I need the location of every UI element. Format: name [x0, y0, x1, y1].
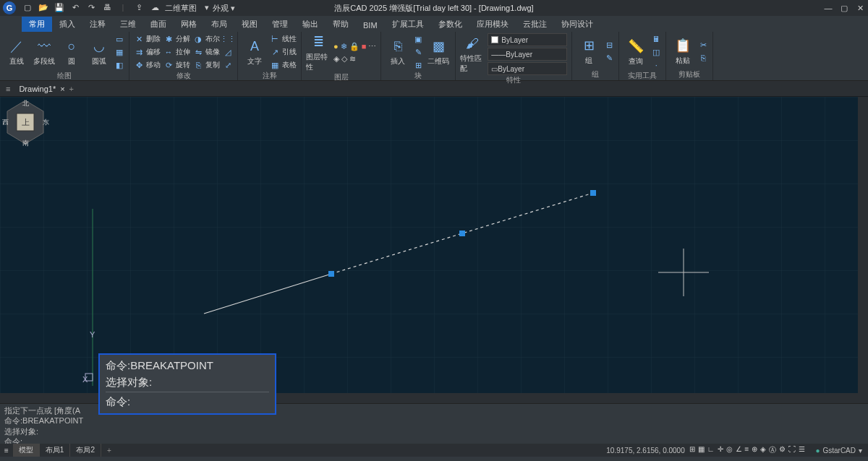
move-button[interactable]: ✥移动 [134, 59, 161, 71]
matchprop-button[interactable]: 🖌特性匹配 [460, 35, 485, 74]
ungroup-button[interactable]: ⊟ [604, 39, 614, 51]
explode-button[interactable]: ✱分解 [163, 33, 190, 45]
layer-off-icon[interactable]: ◇ [341, 54, 347, 64]
tab-mesh[interactable]: 网格 [174, 17, 204, 32]
qrcode-button[interactable]: ▩二维码 [426, 38, 451, 66]
calc-button[interactable]: 🖩 [651, 33, 661, 45]
layout2-tab[interactable]: 布局2 [70, 444, 101, 457]
block-attr-button[interactable]: ⊞ [413, 59, 423, 71]
region-button[interactable]: ◧ [114, 59, 124, 71]
osnap-toggle-icon[interactable]: ◎ [726, 445, 733, 455]
cloud-icon[interactable]: ☁ [149, 3, 161, 14]
text-button[interactable]: A文字 [242, 38, 267, 66]
doc-close-icon[interactable]: × [60, 85, 64, 93]
close-button[interactable]: ✕ [855, 4, 865, 13]
app-logo[interactable]: G [3, 1, 16, 14]
undo-icon[interactable]: ↶ [69, 3, 81, 14]
otrack-toggle-icon[interactable]: ∠ [736, 445, 742, 455]
workspace-dropdown[interactable]: 二维草图 [165, 3, 197, 14]
print-icon[interactable]: 🖶 [101, 3, 113, 14]
tab-surface[interactable]: 曲面 [143, 17, 174, 32]
stretch-button[interactable]: ↔拉伸 [163, 46, 190, 58]
layout-add-icon[interactable]: + [101, 447, 117, 454]
polar-toggle-icon[interactable]: ✛ [718, 445, 723, 455]
layer-on-icon[interactable]: ● [333, 42, 339, 51]
tab-home[interactable]: 常用 [22, 17, 52, 32]
doc-tab[interactable]: Drawing1* × [19, 85, 64, 93]
doc-menu-icon[interactable]: ≡ [6, 85, 10, 93]
cut-button[interactable]: ✂ [698, 39, 708, 51]
tab-layout[interactable]: 布局 [204, 17, 234, 32]
appearance-dropdown[interactable]: 外观 ▾ [213, 3, 235, 14]
copy2-button[interactable]: ⎘ [698, 52, 708, 64]
vertical-scrollbar[interactable] [858, 97, 868, 403]
offset-button[interactable]: ⇉偏移 [134, 46, 161, 58]
circle-button[interactable]: ○圆 [59, 38, 84, 66]
block-create-button[interactable]: ▣ [413, 33, 423, 45]
lwt-toggle-icon[interactable]: ≡ [745, 445, 749, 455]
iso-toggle-icon[interactable]: ◈ [760, 445, 766, 455]
anno-toggle-icon[interactable]: Ⓐ [769, 445, 776, 455]
tab-bim[interactable]: BIM [356, 19, 385, 32]
arc-button[interactable]: ◡圆弧 [87, 38, 111, 66]
polyline-button[interactable]: 〰多段线 [32, 38, 56, 66]
layout1-tab[interactable]: 布局1 [40, 444, 71, 457]
table-button[interactable]: ▦表格 [270, 59, 297, 71]
grid-toggle-icon[interactable]: ⊞ [689, 445, 695, 455]
insert-block-button[interactable]: ⎘插入 [386, 38, 410, 66]
workspace-icon[interactable]: ⚙ [779, 445, 786, 455]
tab-output[interactable]: 输出 [295, 17, 326, 32]
layer-match-icon[interactable]: ≋ [349, 54, 356, 64]
scale-button[interactable]: ⤢ [223, 59, 233, 71]
brand-chevron-icon[interactable]: ▾ [859, 447, 862, 454]
mirror-button[interactable]: ⇋镜像 [193, 46, 220, 58]
layer-lock-icon[interactable]: 🔒 [349, 42, 359, 51]
layer-freeze-icon[interactable]: ❄ [341, 42, 347, 51]
tab-collab[interactable]: 协同设计 [554, 17, 600, 32]
hatch-button[interactable]: ▦ [114, 46, 124, 58]
block-edit-button[interactable]: ✎ [413, 46, 423, 58]
model-tab[interactable]: 模型 [13, 444, 40, 457]
point-button[interactable]: ∙ [651, 59, 661, 71]
tab-cloud[interactable]: 云批注 [516, 17, 554, 32]
layer-more-icon[interactable]: ⋯ [368, 42, 376, 51]
tab-help[interactable]: 帮助 [326, 17, 356, 32]
tab-manage[interactable]: 管理 [265, 17, 295, 32]
layerprops-button[interactable]: ≣图层特性 [306, 33, 331, 72]
open-icon[interactable]: 📂 [38, 3, 49, 14]
copy-button[interactable]: ⎘复制 [193, 59, 220, 71]
rotate-button[interactable]: ⟳旋转 [163, 59, 190, 71]
array-button[interactable]: ⋮⋮ [223, 33, 233, 45]
snap-toggle-icon[interactable]: ▦ [698, 445, 705, 455]
tab-view[interactable]: 视图 [234, 17, 265, 32]
maximize-button[interactable]: ▢ [839, 4, 849, 13]
share-icon[interactable]: ⇪ [133, 3, 145, 14]
doc-add-icon[interactable]: + [69, 85, 74, 93]
redo-icon[interactable]: ↷ [85, 3, 97, 14]
rect-button[interactable]: ▭ [114, 33, 124, 45]
color-combo[interactable]: ByLayer [488, 33, 567, 46]
fullscreen-icon[interactable]: ⛶ [788, 445, 796, 455]
chamfer-button[interactable]: ◿ [223, 46, 233, 58]
viewcube[interactable]: 上 北 东 南 西 [0, 97, 51, 147]
save-icon[interactable]: 💾 [54, 3, 65, 14]
layer-iso-icon[interactable]: ◈ [333, 54, 339, 64]
lineweight-combo[interactable]: —— ByLayer [488, 48, 567, 61]
minimize-button[interactable]: — [823, 4, 833, 13]
line-button[interactable]: ／直线 [4, 38, 29, 66]
group-edit-button[interactable]: ✎ [604, 52, 614, 64]
tab-insert[interactable]: 插入 [52, 17, 82, 32]
tab-param[interactable]: 参数化 [431, 17, 469, 32]
brand-cloud-icon[interactable]: ● [815, 447, 820, 454]
more-icon[interactable]: ☰ [799, 445, 805, 455]
new-icon[interactable]: ▢ [22, 3, 33, 14]
query-button[interactable]: 📏查询 [624, 38, 648, 66]
leader-button[interactable]: ↗引线 [270, 46, 297, 58]
delete-button[interactable]: ✕删除 [134, 33, 161, 45]
linetype-combo[interactable]: ▭ ByLayer [488, 62, 567, 75]
select-button[interactable]: ◫ [651, 46, 661, 58]
dyn-toggle-icon[interactable]: ⊕ [752, 445, 757, 455]
layout-menu-icon[interactable]: ≡ [0, 447, 13, 454]
tab-ext[interactable]: 扩展工具 [385, 17, 431, 32]
tab-app[interactable]: 应用模块 [469, 17, 516, 32]
